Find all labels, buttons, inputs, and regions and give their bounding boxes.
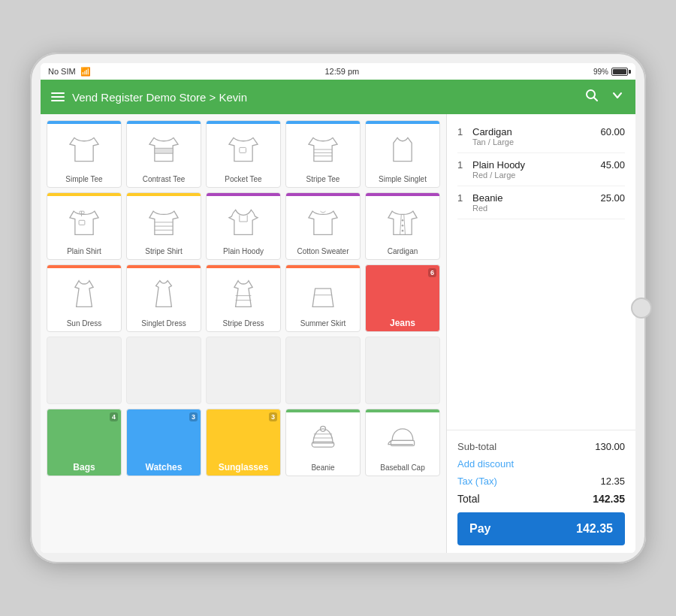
total-row: Total 142.35 <box>457 490 625 508</box>
product-simple-tee[interactable]: Simple Tee <box>47 120 122 188</box>
stripe-tee-icon <box>289 125 357 174</box>
store-title: Vend Register Demo Store > Kevin <box>72 91 247 104</box>
add-discount-link[interactable]: Add discount <box>457 455 625 473</box>
watches-label: Watches <box>146 462 183 473</box>
pay-amount: 142.35 <box>576 522 613 536</box>
subtotal-label: Sub-total <box>457 441 496 452</box>
nav-bar-left: Vend Register Demo Store > Kevin <box>51 91 584 104</box>
plain-hoody-label: Plain Hoody <box>223 247 264 256</box>
svg-line-1 <box>594 97 598 101</box>
jeans-label: Jeans <box>390 318 415 328</box>
order-item-price-2: 45.00 <box>600 159 625 171</box>
watches-badge: 3 <box>189 412 198 421</box>
product-pocket-tee[interactable]: Pocket Tee <box>206 120 281 188</box>
bags-badge: 4 <box>110 412 118 421</box>
search-icon[interactable] <box>584 88 599 107</box>
stripe-tee-label: Stripe Tee <box>306 175 340 184</box>
svg-point-13 <box>402 230 404 232</box>
beanie-label: Beanie <box>311 464 334 473</box>
product-plain-hoody[interactable]: Plain Hoody <box>206 192 281 260</box>
svg-rect-7 <box>79 220 85 225</box>
menu-button[interactable] <box>51 92 65 101</box>
jeans-icon <box>369 270 436 316</box>
tax-value: 12.35 <box>600 476 625 487</box>
plain-shirt-icon <box>50 198 118 246</box>
order-item-name-1: Cardigan <box>472 126 596 137</box>
product-watches[interactable]: 3 Watches <box>126 409 201 476</box>
order-item-beanie[interactable]: 1 Beanie Red 25.00 <box>457 186 625 219</box>
cardigan-label: Cardigan <box>388 247 418 256</box>
product-beanie[interactable]: Beanie <box>285 409 361 476</box>
product-singlet-dress[interactable]: Singlet Dress <box>126 264 201 332</box>
singlet-dress-label: Singlet Dress <box>141 319 186 328</box>
product-sun-dress[interactable]: Sun Dress <box>47 264 122 332</box>
home-button[interactable] <box>631 297 652 319</box>
product-bags[interactable]: 4 Bags <box>47 409 122 476</box>
order-item-qty-3: 1 <box>457 192 468 204</box>
product-plain-shirt[interactable]: Plain Shirt <box>47 192 122 260</box>
product-baseball-cap[interactable]: Baseball Cap <box>365 409 440 476</box>
order-item-qty-1: 1 <box>457 126 468 137</box>
chevron-down-icon[interactable] <box>610 88 625 107</box>
order-item-name-2: Plain Hoody <box>472 159 596 171</box>
sunglasses-label: Sunglasses <box>219 462 269 473</box>
product-stripe-tee[interactable]: Stripe Tee <box>285 120 361 188</box>
order-item-cardigan[interactable]: 1 Cardigan Tan / Large 60.00 <box>457 120 625 153</box>
summer-skirt-label: Summer Skirt <box>300 319 346 328</box>
bags-icon <box>50 414 118 460</box>
battery-fill <box>613 69 626 74</box>
product-contrast-tee[interactable]: Contrast Tee <box>126 120 201 188</box>
main-content: Simple Tee Contrast Tee <box>41 114 635 553</box>
total-value: 142.35 <box>593 493 625 505</box>
pay-button[interactable]: Pay 142.35 <box>457 512 625 545</box>
singlet-dress-icon <box>130 270 198 318</box>
pocket-tee-icon <box>210 125 277 174</box>
product-cardigan[interactable]: Cardigan <box>365 192 440 260</box>
order-footer: Sub-total 130.00 Add discount Tax (Tax) … <box>447 430 635 553</box>
order-item-name-3: Beanie <box>472 192 596 204</box>
product-simple-singlet[interactable]: Simple Singlet <box>365 120 440 188</box>
cardigan-icon <box>369 198 436 246</box>
carrier-label: No SIM <box>48 67 76 76</box>
status-time: 12:59 pm <box>324 67 359 76</box>
product-jeans[interactable]: 6 Jeans <box>365 264 440 332</box>
simple-singlet-label: Simple Singlet <box>379 175 427 184</box>
product-grid: Simple Tee Contrast Tee <box>47 120 440 476</box>
svg-rect-21 <box>391 440 414 445</box>
product-cotton-sweater[interactable]: Cotton Sweater <box>285 192 361 260</box>
empty-slot-4 <box>285 337 361 404</box>
sunglasses-badge: 3 <box>269 412 277 421</box>
svg-rect-2 <box>240 147 246 152</box>
empty-slot-3 <box>206 337 281 404</box>
products-panel: Simple Tee Contrast Tee <box>41 114 446 553</box>
order-item-price-1: 60.00 <box>600 126 625 137</box>
sun-dress-icon <box>50 270 118 318</box>
order-item-variant-1: Tan / Large <box>472 137 596 146</box>
order-items-list: 1 Cardigan Tan / Large 60.00 1 Plain Hoo… <box>447 114 635 430</box>
order-item-hoody[interactable]: 1 Plain Hoody Red / Large 45.00 <box>457 153 625 186</box>
product-stripe-dress[interactable]: Stripe Dress <box>206 264 281 332</box>
pocket-tee-label: Pocket Tee <box>225 175 261 184</box>
svg-rect-17 <box>312 442 333 447</box>
nav-bar: Vend Register Demo Store > Kevin <box>41 80 635 114</box>
nav-bar-right <box>584 88 625 107</box>
simple-tee-label: Simple Tee <box>65 175 102 184</box>
product-summer-skirt[interactable]: Summer Skirt <box>285 264 361 332</box>
watches-icon <box>130 414 198 460</box>
order-item-details-2: Plain Hoody Red / Large <box>472 159 596 180</box>
bags-label: Bags <box>73 462 95 473</box>
tax-label: Tax (Tax) <box>457 476 497 487</box>
summer-skirt-icon <box>289 270 357 318</box>
order-item-details-1: Cardigan Tan / Large <box>472 126 596 146</box>
tax-row: Tax (Tax) 12.35 <box>457 473 625 490</box>
plain-hoody-icon <box>210 198 277 246</box>
product-stripe-shirt[interactable]: Stripe Shirt <box>126 192 201 260</box>
tablet-device: No SIM 📶 12:59 pm 99% Vend Register Demo… <box>30 53 646 563</box>
sun-dress-label: Sun Dress <box>67 319 102 328</box>
cotton-sweater-label: Cotton Sweater <box>297 247 349 256</box>
product-sunglasses[interactable]: 3 Sunglasses <box>206 409 281 476</box>
stripe-dress-icon <box>210 270 277 318</box>
order-item-price-3: 25.00 <box>600 192 625 204</box>
stripe-dress-label: Stripe Dress <box>222 319 264 328</box>
subtotal-row: Sub-total 130.00 <box>457 438 625 455</box>
